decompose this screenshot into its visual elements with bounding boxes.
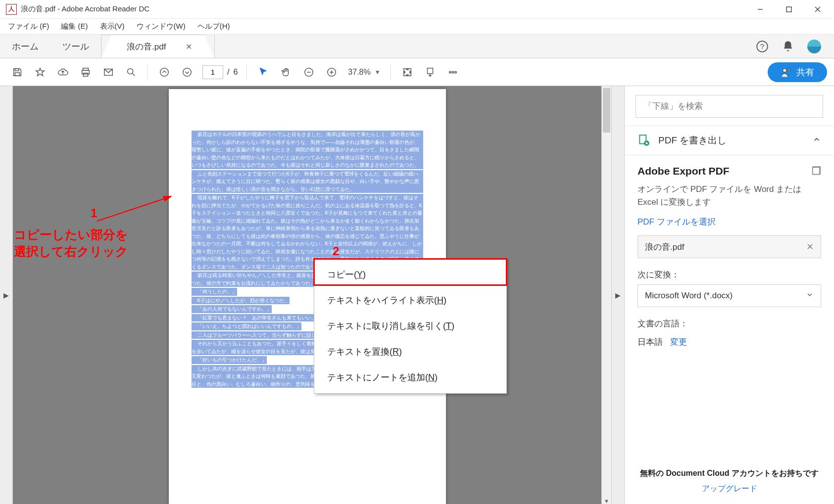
tab-home[interactable]: ホーム	[0, 35, 50, 58]
doc-lang-value: 日本語 変更	[638, 336, 821, 348]
minimize-button[interactable]	[746, 0, 775, 19]
zoom-in-icon[interactable]	[321, 62, 342, 83]
chevron-up-icon	[812, 135, 821, 146]
help-icon[interactable]: ?	[756, 40, 769, 53]
annotation-text-1: コピーしたい部分を 選択して右クリック	[14, 227, 128, 260]
right-panel-footer: 無料の Document Cloud アカウントをお持ちです アップグレード	[625, 468, 834, 499]
selection-tool-icon[interactable]	[253, 62, 274, 83]
svg-point-26	[783, 68, 786, 72]
annotation-red-box	[313, 258, 507, 286]
context-menu-item[interactable]: テキストをハイライト表示(H)	[314, 287, 506, 313]
export-pdf-header[interactable]: PDF を書き出し	[625, 126, 834, 155]
cloud-upload-icon[interactable]	[52, 62, 73, 83]
maximize-button[interactable]	[775, 0, 803, 19]
main-area: ▶ 新庄はホテルの日本室の寝床のうへでふと目をさました。海岸は風が出て来たらしく…	[0, 86, 834, 504]
hand-tool-icon[interactable]	[276, 62, 296, 83]
menu-edit[interactable]: 編集 (E)	[56, 20, 93, 33]
annotation-arrow-1	[97, 194, 176, 224]
tab-close-icon[interactable]: ✕	[186, 42, 192, 51]
context-menu-item[interactable]: テキストを置換(R)	[314, 339, 506, 365]
doc-lang-label: 文書の言語：	[638, 318, 821, 329]
separator	[391, 64, 391, 81]
context-menu-item[interactable]: テキストに取り消し線を引く(T)	[314, 313, 506, 339]
convert-value: Microsoft Word (*.docx)	[645, 291, 733, 301]
export-icon	[638, 134, 650, 147]
svg-rect-22	[427, 68, 433, 73]
page-down-icon[interactable]	[177, 62, 197, 83]
chevron-down-icon	[806, 291, 814, 301]
svg-rect-7	[15, 72, 19, 75]
svg-point-24	[452, 71, 454, 73]
page-current-input[interactable]	[202, 65, 223, 79]
svg-line-30	[97, 196, 171, 221]
toolbar: / 6 37.8% ▼ 共有	[0, 58, 834, 86]
menu-file[interactable]: ファイル (F)	[3, 20, 54, 33]
svg-point-14	[160, 68, 169, 76]
windows-icon[interactable]: ❐	[812, 165, 821, 177]
search-icon[interactable]	[121, 62, 142, 83]
svg-point-25	[454, 71, 456, 73]
fit-width-icon[interactable]	[397, 62, 418, 83]
app-icon: 人	[6, 4, 17, 15]
star-icon[interactable]	[30, 62, 50, 83]
search-field-wrap	[636, 95, 823, 118]
footer-account-text: 無料の Document Cloud アカウントをお持ちです	[636, 468, 823, 479]
scrollbar-thumb[interactable]	[603, 88, 610, 133]
tab-document[interactable]: 浪の音.pdf ✕	[101, 35, 205, 58]
separator	[147, 64, 148, 81]
tools-search-input[interactable]	[636, 95, 823, 118]
page-up-icon[interactable]	[154, 62, 175, 83]
convert-to-select[interactable]: Microsoft Word (*.docx)	[638, 284, 821, 307]
avatar[interactable]	[807, 40, 821, 53]
svg-point-12	[128, 68, 133, 74]
page-indicator: / 6	[202, 65, 238, 79]
menu-help[interactable]: ヘルプ(H)	[193, 20, 235, 33]
export-header-label: PDF を書き出し	[658, 134, 727, 147]
selected-file-field[interactable]: 浪の音.pdf ✕	[638, 235, 821, 258]
zoom-value: 37.8%	[348, 68, 370, 77]
upgrade-link[interactable]: アップグレード	[636, 484, 823, 494]
zoom-out-icon[interactable]	[298, 62, 319, 83]
tab-tools[interactable]: ツール	[50, 35, 101, 58]
svg-text:?: ?	[760, 42, 764, 50]
chevron-right-icon: ▶	[615, 291, 621, 299]
context-menu-item[interactable]: テキストにノートを追加(N)	[314, 365, 506, 390]
document-area: ▶ 新庄はホテルの日本室の寝床のうへでふと目をさました。海岸は風が出て来たらしく…	[0, 86, 624, 504]
right-panel: PDF を書き出し Adobe Export PDF ❐ オンラインで PDF …	[624, 86, 834, 504]
menu-view[interactable]: 表示(V)	[95, 20, 130, 33]
menu-bar: ファイル (F) 編集 (E) 表示(V) ウィンドウ(W) ヘルプ(H)	[0, 19, 834, 35]
notification-icon[interactable]	[782, 40, 794, 53]
more-tools-icon[interactable]	[442, 62, 463, 83]
clear-file-icon[interactable]: ✕	[806, 241, 814, 252]
page-total: 6	[233, 68, 238, 77]
scroll-mode-icon[interactable]	[420, 62, 441, 83]
vertical-scrollbar[interactable]: ▲ ▼	[601, 86, 611, 504]
scroll-down-icon[interactable]: ▼	[602, 498, 611, 504]
tabbar-right: ?	[756, 35, 834, 58]
close-button[interactable]	[803, 0, 832, 19]
tools-pane-toggle[interactable]: ▶	[611, 86, 624, 504]
tab-document-label: 浪の音.pdf	[127, 41, 166, 52]
separator	[246, 64, 247, 81]
product-desc: オンラインで PDF ファイルを Word または Excel に変換します	[638, 183, 821, 208]
convert-to-label: 次に変換：	[638, 269, 821, 280]
export-section: Adobe Export PDF ❐ オンラインで PDF ファイルを Word…	[625, 155, 834, 352]
svg-rect-6	[15, 68, 18, 71]
selected-file-label: 浪の音.pdf	[645, 241, 684, 253]
change-lang-link[interactable]: 変更	[670, 337, 687, 347]
svg-rect-1	[786, 7, 791, 12]
zoom-dropdown[interactable]: 37.8% ▼	[344, 68, 384, 77]
svg-point-15	[183, 68, 192, 76]
tab-bar: ホーム ツール 浪の音.pdf ✕ ?	[0, 35, 834, 58]
save-icon[interactable]	[7, 62, 28, 83]
title-bar: 人 浪の音.pdf - Adobe Acrobat Reader DC	[0, 0, 834, 19]
window-controls	[746, 0, 832, 19]
share-button[interactable]: 共有	[768, 62, 827, 82]
document-canvas[interactable]: 新庄はホテルの日本室の寝床のうへでふと目をさました。海岸は風が出て来たらしく、浪…	[13, 86, 601, 504]
select-pdf-link[interactable]: PDF ファイルを選択	[638, 216, 716, 228]
email-icon[interactable]	[98, 62, 119, 83]
nav-pane-toggle[interactable]: ▶	[0, 86, 13, 504]
menu-window[interactable]: ウィンドウ(W)	[132, 20, 191, 33]
page-sep: /	[227, 68, 229, 77]
print-icon[interactable]	[75, 62, 96, 83]
